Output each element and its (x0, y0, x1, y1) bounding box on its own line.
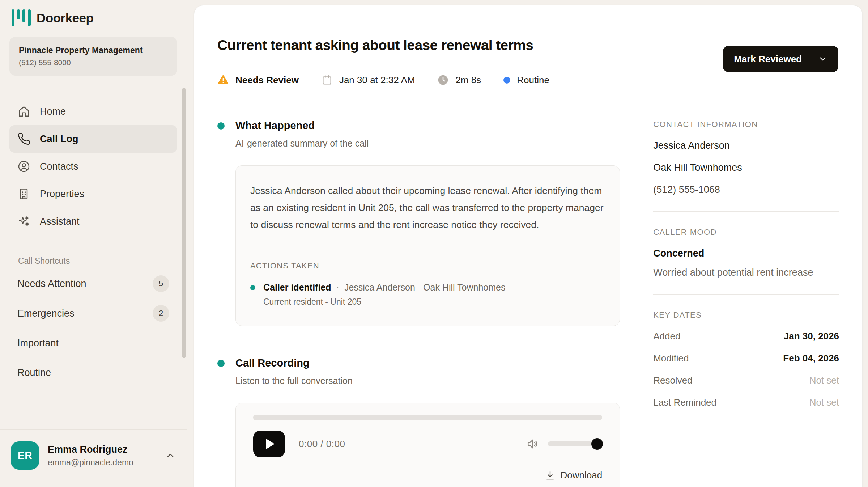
user-menu[interactable]: ER Emma Rodriguez emma@pinnacle.demo (0, 429, 187, 487)
section-dot-icon (217, 122, 225, 130)
shortcut-label: Routine (17, 367, 51, 378)
button-divider (810, 54, 810, 64)
details-panel: CONTACT INFORMATION Jessica Anderson Oak… (653, 120, 839, 487)
key-dates-title: KEY DATES (653, 310, 839, 320)
status-badge: Needs Review (217, 74, 299, 86)
download-icon (545, 470, 556, 481)
player-controls: 0:00 / 0:00 (253, 431, 602, 457)
chevron-up-icon (165, 450, 176, 461)
user-email: emma@pinnacle.demo (48, 458, 133, 467)
seek-bar[interactable] (253, 415, 602, 420)
key-date-value: Not set (809, 397, 839, 408)
key-date-label: Modified (653, 353, 689, 364)
action-dot-icon (250, 285, 255, 290)
sidebar-item-label: Assistant (40, 216, 80, 227)
contact-info-title: CONTACT INFORMATION (653, 120, 839, 129)
key-date-label: Added (653, 331, 680, 342)
call-summary: Jessica Anderson called about their upco… (250, 182, 605, 233)
mark-reviewed-label: Mark Reviewed (734, 54, 802, 65)
caller-mood-value: Concerned (653, 248, 839, 259)
action-subdetail: Current resident - Unit 205 (263, 297, 605, 307)
building-icon (17, 187, 30, 200)
action-detail: Jessica Anderson - Oak Hill Townhomes (344, 282, 506, 293)
page-title: Current tenant asking about lease renewa… (217, 37, 724, 53)
caller-mood-note: Worried about potential rent increase (653, 267, 839, 278)
call-detail-panel: Current tenant asking about lease renewa… (194, 5, 863, 487)
key-date-value: Feb 04, 2026 (783, 353, 839, 364)
call-datetime: Jan 30 at 2:32 AM (321, 74, 415, 86)
play-icon (266, 439, 275, 449)
section-subtitle: Listen to the full conversation (235, 376, 620, 386)
sidebar-divider (0, 88, 187, 88)
status-label: Needs Review (235, 75, 299, 86)
mark-reviewed-button[interactable]: Mark Reviewed (723, 46, 838, 72)
section-call-recording: Call Recording Listen to the full conver… (217, 357, 620, 487)
key-date-row: Resolved Not set (653, 375, 839, 386)
company-phone: (512) 555-8000 (19, 58, 168, 67)
call-shortcuts-title: Call Shortcuts (18, 256, 177, 266)
shortcut-needs-attention[interactable]: Needs Attention 5 (9, 269, 177, 298)
duration-label: 2m 8s (455, 75, 481, 86)
sidebar-item-assistant[interactable]: Assistant (9, 208, 177, 235)
call-duration: 2m 8s (437, 74, 481, 86)
volume-knob[interactable] (591, 438, 603, 450)
warning-icon (217, 74, 229, 86)
shortcut-label: Emergencies (17, 308, 75, 319)
audio-player-card: 0:00 / 0:00 (235, 403, 620, 487)
speaker-icon[interactable] (526, 437, 539, 450)
download-button[interactable]: Download (253, 470, 602, 481)
contacts-icon (17, 160, 30, 173)
chevron-down-icon (818, 54, 827, 64)
key-date-value: Jan 30, 2026 (784, 331, 839, 342)
clock-icon (437, 74, 449, 86)
sidebar-item-label: Call Log (40, 134, 78, 145)
contact-name: Jessica Anderson (653, 140, 839, 151)
section-subtitle: AI-generated summary of the call (235, 138, 620, 149)
sidebar: Doorkeep Pinnacle Property Management (5… (0, 0, 187, 487)
key-date-label: Last Reminded (653, 397, 716, 408)
key-date-row: Last Reminded Not set (653, 397, 839, 408)
shortcut-routine[interactable]: Routine (9, 358, 177, 388)
section-dot-icon (217, 360, 225, 367)
key-date-label: Resolved (653, 375, 692, 386)
phone-icon (17, 132, 30, 145)
sidebar-item-label: Contacts (40, 161, 78, 172)
category-label: Routine (517, 75, 549, 86)
app-logo[interactable]: Doorkeep (9, 9, 177, 27)
summary-divider (250, 248, 605, 248)
datetime-label: Jan 30 at 2:32 AM (339, 75, 415, 86)
play-button[interactable] (253, 431, 285, 457)
company-switcher[interactable]: Pinnacle Property Management (512) 555-8… (9, 37, 177, 76)
user-name: Emma Rodriguez (48, 444, 133, 455)
shortcut-important[interactable]: Important (9, 328, 177, 358)
calendar-icon (321, 74, 333, 86)
action-separator: · (336, 282, 339, 293)
home-icon (17, 105, 30, 118)
caller-mood-title: CALLER MOOD (653, 228, 839, 237)
avatar: ER (11, 441, 39, 470)
timeline-column: What Happened AI-generated summary of th… (217, 120, 620, 487)
playback-time: 0:00 / 0:00 (299, 439, 345, 450)
sidebar-item-properties[interactable]: Properties (9, 180, 177, 208)
details-divider (653, 211, 839, 212)
section-title: What Happened (235, 120, 620, 132)
summary-card: Jessica Anderson called about their upco… (235, 165, 620, 326)
shortcut-label: Needs Attention (17, 278, 86, 289)
sidebar-item-contacts[interactable]: Contacts (9, 153, 177, 180)
volume-slider[interactable] (548, 441, 602, 446)
shortcut-emergencies[interactable]: Emergencies 2 (9, 298, 177, 328)
action-label: Caller identified (263, 282, 331, 293)
sidebar-item-call-log[interactable]: Call Log (9, 125, 177, 153)
details-divider (653, 294, 839, 295)
sidebar-item-home[interactable]: Home (9, 98, 177, 125)
sidebar-nav: Home Call Log Contacts Properties (9, 98, 177, 235)
company-name: Pinnacle Property Management (19, 46, 168, 55)
download-label: Download (561, 470, 603, 481)
count-badge: 5 (153, 275, 169, 292)
routine-dot-icon (503, 77, 510, 84)
app-name: Doorkeep (37, 11, 93, 25)
action-row: Caller identified · Jessica Anderson - O… (250, 282, 605, 293)
key-date-row: Added Jan 30, 2026 (653, 331, 839, 342)
section-what-happened: What Happened AI-generated summary of th… (217, 120, 620, 326)
sidebar-scrollbar[interactable] (182, 88, 186, 358)
